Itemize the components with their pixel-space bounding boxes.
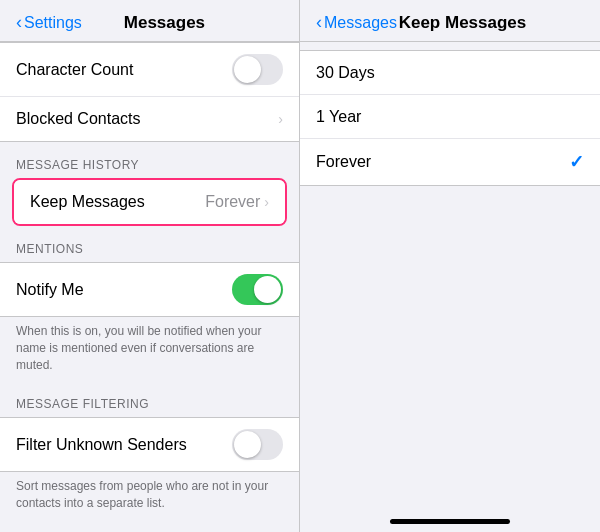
filtering-group: Filter Unknown Senders xyxy=(0,417,299,472)
filter-unknown-label: Filter Unknown Senders xyxy=(16,436,232,454)
top-list-group: Character Count Blocked Contacts › xyxy=(0,42,299,142)
message-history-section: MESSAGE HISTORY Keep Messages Forever › xyxy=(0,142,299,226)
left-content: Character Count Blocked Contacts › MESSA… xyxy=(0,42,299,532)
mentions-label: MENTIONS xyxy=(0,226,299,262)
keep-messages-group: Keep Messages Forever › xyxy=(12,178,287,226)
back-chevron-icon-right: ‹ xyxy=(316,12,322,33)
right-panel: ‹ Messages Keep Messages 30 Days 1 Year … xyxy=(300,0,600,532)
filtering-description: Sort messages from people who are not in… xyxy=(0,472,299,520)
keep-messages-options-group: 30 Days 1 Year Forever ✓ xyxy=(300,50,600,186)
mentions-group: Notify Me xyxy=(0,262,299,317)
notify-me-label: Notify Me xyxy=(16,281,232,299)
character-count-item[interactable]: Character Count xyxy=(0,43,299,97)
checkmark-icon: ✓ xyxy=(569,151,584,173)
toggle-thumb xyxy=(234,56,261,83)
home-indicator-area xyxy=(300,519,600,524)
notify-me-toggle-thumb xyxy=(254,276,281,303)
filter-unknown-toggle[interactable] xyxy=(232,429,283,460)
blocked-contacts-label: Blocked Contacts xyxy=(16,110,278,128)
mentions-description: When this is on, you will be notified wh… xyxy=(0,317,299,381)
option-forever-label: Forever xyxy=(316,153,569,171)
message-filtering-label: MESSAGE FILTERING xyxy=(0,381,299,417)
mentions-section: MENTIONS Notify Me When this is on, you … xyxy=(0,226,299,381)
blocked-contacts-item[interactable]: Blocked Contacts › xyxy=(0,97,299,141)
right-nav-bar: ‹ Messages Keep Messages xyxy=(300,0,600,42)
option-30-days[interactable]: 30 Days xyxy=(300,51,600,95)
notify-me-item[interactable]: Notify Me xyxy=(0,263,299,316)
message-filtering-section: MESSAGE FILTERING Filter Unknown Senders… xyxy=(0,381,299,520)
home-indicator xyxy=(390,519,510,524)
keep-messages-value: Forever xyxy=(205,193,260,211)
keep-messages-chevron-icon: › xyxy=(264,194,269,210)
option-1-year[interactable]: 1 Year xyxy=(300,95,600,139)
left-panel: ‹ Settings Messages Character Count Bloc… xyxy=(0,0,300,532)
notify-me-toggle[interactable] xyxy=(232,274,283,305)
message-history-label: MESSAGE HISTORY xyxy=(0,142,299,178)
audio-messages-label: AUDIO MESSAGES xyxy=(0,520,299,532)
character-count-toggle[interactable] xyxy=(232,54,283,85)
keep-messages-label: Keep Messages xyxy=(30,193,205,211)
audio-messages-section: AUDIO MESSAGES Expire After 2 Minutes › … xyxy=(0,520,299,532)
option-1-year-label: 1 Year xyxy=(316,108,584,126)
keep-messages-item[interactable]: Keep Messages Forever › xyxy=(14,180,285,224)
option-forever[interactable]: Forever ✓ xyxy=(300,139,600,185)
blocked-contacts-chevron-icon: › xyxy=(278,111,283,127)
character-count-label: Character Count xyxy=(16,61,232,79)
left-nav-bar: ‹ Settings Messages xyxy=(0,0,299,42)
back-chevron-icon: ‹ xyxy=(16,12,22,33)
filter-unknown-item[interactable]: Filter Unknown Senders xyxy=(0,418,299,471)
filter-unknown-toggle-thumb xyxy=(234,431,261,458)
option-30-days-label: 30 Days xyxy=(316,64,584,82)
left-nav-title: Messages xyxy=(46,13,283,33)
right-nav-title: Keep Messages xyxy=(341,13,584,33)
